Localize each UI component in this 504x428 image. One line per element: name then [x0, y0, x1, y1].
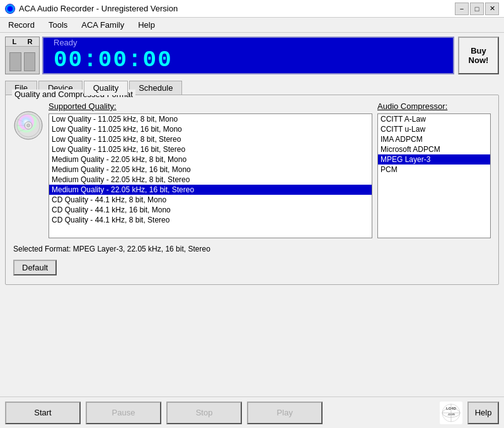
default-button[interactable]: Default — [13, 260, 57, 275]
audio-compressor-label: Audio Compressor: — [377, 101, 491, 111]
quality-item-5[interactable]: Medium Quality - 22.05 kHz, 16 bit, Mono — [49, 165, 372, 175]
supported-quality-label: Supported Quality: — [49, 101, 372, 111]
menu-aca-family[interactable]: ACA Family — [76, 18, 130, 32]
vu-meter: L R — [5, 37, 40, 74]
compressor-item-1[interactable]: CCITT u-Law — [378, 124, 490, 134]
quality-item-0[interactable]: Low Quality - 11.025 kHz, 8 bit, Mono — [49, 114, 372, 124]
vu-bar-right — [24, 52, 36, 71]
stop-button[interactable]: Stop — [166, 402, 242, 424]
pause-button[interactable]: Pause — [86, 402, 161, 424]
vu-bar-left — [9, 52, 21, 71]
quality-item-9[interactable]: CD Quality - 44.1 kHz, 16 bit, Mono — [49, 205, 372, 215]
watermark-logo: LO4D .com — [440, 402, 462, 424]
help-button[interactable]: Help — [467, 402, 499, 424]
title-bar-left: ACA Audio Recorder - Unregistered Versio… — [5, 4, 178, 14]
quality-item-4[interactable]: Medium Quality - 22.05 kHz, 8 bit, Mono — [49, 154, 372, 165]
compressor-listbox[interactable]: CCITT A-Law CCITT u-Law IMA ADPCM Micros… — [377, 113, 491, 238]
quality-item-1[interactable]: Low Quality - 11.025 kHz, 16 bit, Mono — [49, 124, 372, 134]
maximize-button[interactable]: □ — [470, 3, 484, 15]
main-content: Quality and Compressed Format — [0, 95, 504, 285]
title-bar-controls: − □ ✕ — [455, 3, 499, 15]
selected-format: Selected Format: MPEG Layer-3, 22.05 kHz… — [13, 245, 491, 253]
quality-item-7[interactable]: Medium Quality - 22.05 kHz, 16 bit, Ster… — [49, 185, 372, 195]
watermark: LO4D .com — [440, 402, 462, 424]
timer-clock: 00:00:00 — [54, 47, 173, 73]
quality-item-3[interactable]: Low Quality - 11.025 kHz, 16 bit, Stereo — [49, 144, 372, 154]
timer-display: Ready 00:00:00 — [42, 37, 454, 74]
compressor-item-4[interactable]: MPEG Layer-3 — [378, 154, 490, 165]
tab-quality[interactable]: Quality — [84, 81, 128, 95]
quality-inner: Supported Quality: Low Quality - 11.025 … — [13, 101, 491, 238]
quality-item-6[interactable]: Medium Quality - 22.05 kHz, 8 bit, Stere… — [49, 175, 372, 185]
menu-help[interactable]: Help — [132, 18, 161, 32]
timer-status: Ready — [54, 38, 77, 47]
bottom-bar: Start Pause Stop Play LO4D .com Help — [0, 396, 504, 428]
vu-right-label: R — [27, 38, 32, 45]
quality-group-box: Quality and Compressed Format — [5, 95, 499, 285]
minimize-button[interactable]: − — [455, 3, 469, 15]
vu-timer-row: L R Ready 00:00:00 BuyNow! — [0, 33, 504, 78]
quality-listbox[interactable]: Low Quality - 11.025 kHz, 8 bit, Mono Lo… — [49, 113, 372, 238]
menu-tools[interactable]: Tools — [43, 18, 73, 32]
quality-item-2[interactable]: Low Quality - 11.025 kHz, 8 bit, Stereo — [49, 134, 372, 144]
vu-labels: L R — [6, 37, 39, 47]
title-bar: ACA Audio Recorder - Unregistered Versio… — [0, 0, 504, 18]
buy-now-button[interactable]: BuyNow! — [458, 37, 499, 74]
svg-point-3 — [27, 124, 30, 127]
compressor-item-2[interactable]: IMA ADPCM — [378, 134, 490, 144]
menu-bar: Record Tools ACA Family Help — [0, 18, 504, 33]
quality-right: Audio Compressor: CCITT A-Law CCITT u-La… — [377, 101, 491, 238]
vu-bars — [6, 47, 39, 74]
play-button[interactable]: Play — [247, 402, 323, 424]
start-button[interactable]: Start — [5, 402, 81, 424]
compressor-item-0[interactable]: CCITT A-Law — [378, 114, 490, 124]
compressor-item-3[interactable]: Microsoft ADPCM — [378, 144, 490, 154]
app-icon — [5, 4, 15, 14]
menu-record[interactable]: Record — [3, 18, 40, 32]
tab-schedule[interactable]: Schedule — [129, 81, 182, 95]
close-button[interactable]: ✕ — [485, 3, 499, 15]
quality-left: Supported Quality: Low Quality - 11.025 … — [49, 101, 372, 238]
window-title: ACA Audio Recorder - Unregistered Versio… — [19, 4, 178, 13]
vu-left-label: L — [13, 38, 17, 45]
quality-item-8[interactable]: CD Quality - 44.1 kHz, 8 bit, Mono — [49, 195, 372, 205]
cd-icon — [13, 110, 43, 141]
quality-item-10[interactable]: CD Quality - 44.1 kHz, 8 bit, Stereo — [49, 215, 372, 225]
compressor-item-5[interactable]: PCM — [378, 165, 490, 175]
